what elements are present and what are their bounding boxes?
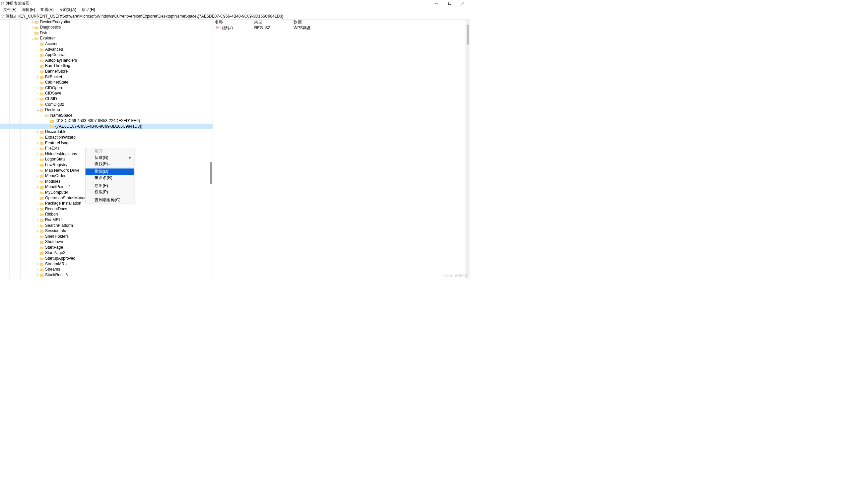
tree-item[interactable]: ›SearchPlatform: [0, 222, 213, 228]
tree-label: ExtractionWizard: [45, 135, 76, 140]
menu-item-1[interactable]: 编辑(E): [19, 6, 38, 13]
context-item[interactable]: 重命名(R): [86, 175, 134, 181]
expand-icon[interactable]: ›: [36, 103, 39, 106]
tree-item[interactable]: {018D5C66-4533-4307-9B53-224DE2ED1FE6}: [0, 118, 213, 124]
tree-item[interactable]: ›StreamMRU: [0, 261, 213, 267]
tree-item[interactable]: ›StartupApproved: [0, 256, 213, 261]
col-type[interactable]: 类型: [254, 19, 293, 25]
folder-icon: [39, 108, 43, 111]
expand-icon[interactable]: ›: [36, 58, 39, 62]
tree-item[interactable]: ›AutoplayHandlers: [0, 58, 213, 63]
tree-scrollbar[interactable]: [210, 19, 213, 279]
expand-icon[interactable]: ›: [36, 147, 39, 150]
tree-item[interactable]: ›ComDlg32: [0, 102, 213, 107]
expand-icon[interactable]: ›: [36, 213, 39, 217]
values-scrollbar[interactable]: [466, 19, 470, 279]
tree-item[interactable]: Accent: [0, 41, 213, 47]
expand-icon[interactable]: ›: [36, 256, 39, 260]
tree-item[interactable]: ›RecentDocs: [0, 206, 213, 212]
expand-icon[interactable]: ›: [36, 69, 39, 73]
tree-item[interactable]: ›Shell Folders: [0, 234, 213, 239]
tree-item[interactable]: ›StuckRects3: [0, 272, 213, 278]
context-item[interactable]: 新建(N)▶: [86, 155, 134, 161]
list-row[interactable]: ab(默认)REG_SZWPS网盘: [213, 25, 470, 31]
tree-item[interactable]: ⌄Desktop: [0, 107, 213, 113]
list-header[interactable]: 名称 类型 数据: [213, 19, 470, 25]
tree-item[interactable]: ›CIDOpen: [0, 85, 213, 91]
tree-item[interactable]: ›BitBucket: [0, 74, 213, 79]
folder-icon: [50, 125, 54, 128]
context-item[interactable]: 查找(F)...: [86, 161, 134, 167]
tree-label: BitBucket: [45, 75, 63, 79]
tree-item[interactable]: Shutdown: [0, 239, 213, 245]
expand-icon[interactable]: ›: [31, 20, 35, 24]
tree-scroll-thumb[interactable]: [210, 162, 212, 184]
tree-item[interactable]: ›Discardable: [0, 129, 213, 134]
tree-item[interactable]: ›Advanced: [0, 47, 213, 52]
expand-icon[interactable]: ⌄: [41, 113, 45, 118]
tree-item[interactable]: ›CIDSave: [0, 91, 213, 96]
tree-item[interactable]: StartPage: [0, 245, 213, 250]
expand-icon[interactable]: ›: [36, 201, 39, 205]
tree-item[interactable]: ›SessionInfo: [0, 228, 213, 234]
expand-icon[interactable]: ›: [36, 130, 39, 134]
tree-item[interactable]: AppContract: [0, 52, 213, 58]
minimize-button[interactable]: [430, 0, 443, 6]
expand-icon[interactable]: ›: [36, 75, 39, 79]
tree-item[interactable]: ›Ribbon: [0, 212, 213, 217]
expand-icon[interactable]: ›: [36, 97, 39, 101]
col-data[interactable]: 数据: [293, 19, 469, 25]
expand-icon[interactable]: ›: [36, 218, 39, 222]
expand-icon[interactable]: ›: [36, 152, 39, 156]
expand-icon[interactable]: ⌄: [31, 36, 35, 40]
menu-item-3[interactable]: 收藏夹(A): [56, 6, 79, 13]
context-item[interactable]: 导出(E): [86, 183, 134, 189]
col-name[interactable]: 名称: [213, 19, 254, 25]
maximize-button[interactable]: [443, 0, 456, 6]
expand-icon[interactable]: ›: [36, 91, 39, 95]
folder-icon: [50, 119, 54, 122]
values-scroll-thumb[interactable]: [467, 24, 469, 45]
tree-item[interactable]: ⌄Explorer: [0, 35, 213, 41]
tree-item[interactable]: BamThrottling: [0, 63, 213, 69]
expand-icon[interactable]: ›: [36, 223, 39, 228]
tree-item[interactable]: ›CLSID: [0, 96, 213, 102]
tree-item[interactable]: Dsh: [0, 30, 213, 36]
expand-icon[interactable]: ›: [36, 273, 39, 277]
menu-item-4[interactable]: 帮助(H): [79, 6, 98, 13]
expand-icon[interactable]: ›: [36, 86, 39, 90]
expand-icon[interactable]: ⌄: [36, 108, 39, 112]
close-button[interactable]: [456, 0, 470, 6]
tree-item[interactable]: ›Diagnostics: [0, 24, 213, 30]
expand-icon[interactable]: ›: [36, 262, 39, 266]
menu-item-2[interactable]: 查看(V): [38, 6, 56, 13]
tree-item[interactable]: ›RunMRU: [0, 217, 213, 223]
context-item[interactable]: 权限(P)...: [86, 189, 134, 195]
expand-icon[interactable]: ›: [36, 185, 39, 189]
expand-icon[interactable]: ›: [36, 174, 39, 178]
tree-item[interactable]: ›Streams: [0, 267, 213, 272]
expand-icon[interactable]: ›: [36, 48, 39, 51]
tree-item[interactable]: ›FeatureUsage: [0, 140, 213, 146]
tree-item[interactable]: ExtractionWizard: [0, 134, 213, 140]
context-item[interactable]: 删除(D): [86, 168, 134, 175]
tree-item[interactable]: ›DeviceEncryption: [0, 19, 213, 25]
expand-icon[interactable]: ›: [31, 25, 35, 30]
expand-icon[interactable]: ›: [36, 141, 39, 145]
expand-icon[interactable]: ›: [36, 207, 39, 211]
tree-item[interactable]: CabinetState: [0, 79, 213, 85]
tree-item[interactable]: ⌄NameSpace: [0, 113, 213, 119]
expand-icon[interactable]: ›: [36, 229, 39, 233]
folder-icon: [39, 152, 43, 156]
expand-icon[interactable]: ›: [36, 163, 39, 167]
tree-item[interactable]: {7AE6DE87-C956-4B40-9C89-3D166C9841D3}: [0, 124, 213, 129]
expand-icon[interactable]: ›: [36, 268, 39, 272]
expand-icon[interactable]: ›: [36, 234, 39, 238]
tree-item[interactable]: ›BannerStore: [0, 69, 213, 74]
tree-item[interactable]: StartPage2: [0, 250, 213, 256]
tree-label: StreamMRU: [45, 262, 68, 266]
address-bar[interactable]: 计算机\HKEY_CURRENT_USER\Software\Microsoft…: [0, 13, 470, 20]
expand-icon[interactable]: ›: [36, 179, 39, 183]
menu-item-0[interactable]: 文件(F): [1, 6, 19, 13]
context-item[interactable]: 复制项名称(C): [86, 197, 134, 203]
